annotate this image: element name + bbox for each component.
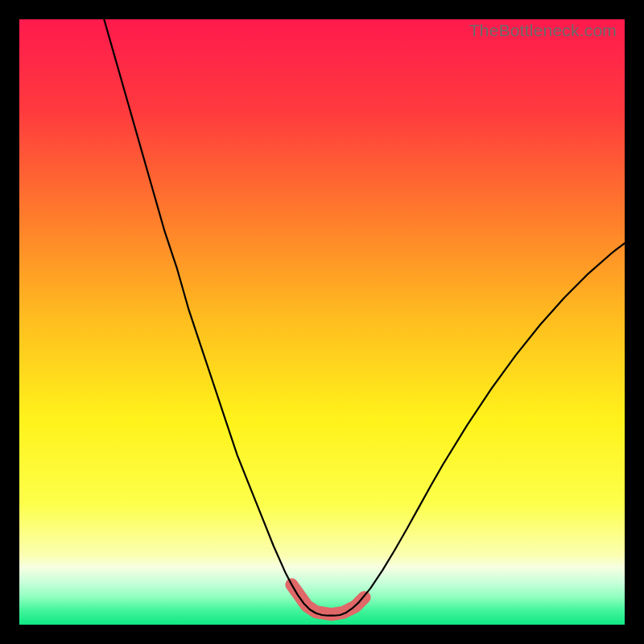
- chart-frame: TheBottleneck.com: [19, 19, 625, 625]
- gradient-fill: [19, 19, 625, 625]
- bottleneck-chart: [19, 19, 625, 625]
- watermark-text: TheBottleneck.com: [469, 21, 617, 40]
